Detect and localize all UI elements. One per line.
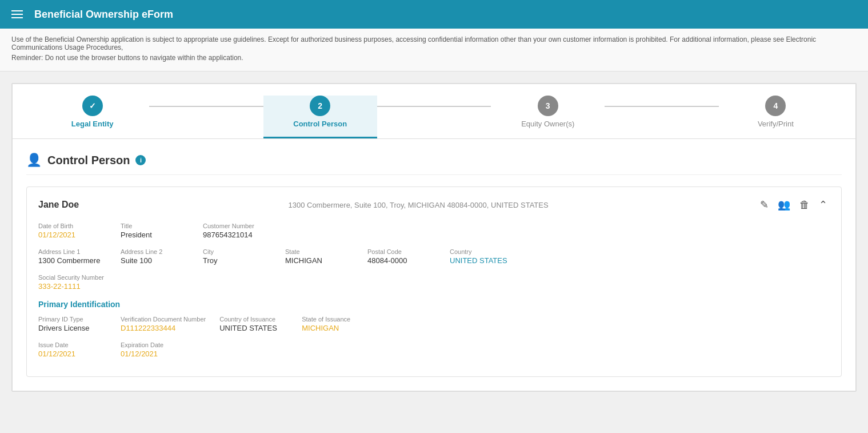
field-primary-id-type: Primary ID Type Drivers License [38, 316, 107, 332]
field-customer-number: Customer Number 987654321014 [203, 223, 830, 239]
menu-button[interactable] [11, 10, 23, 18]
section-header: 👤 Control Person i [26, 153, 842, 175]
field-state-issuance: State of Issuance MICHIGAN [302, 316, 370, 332]
main-content: ✓ Legal Entity 2 Control Person 3 Equity… [0, 71, 868, 433]
ssn-label: Social Security Number [38, 274, 107, 281]
collapse-button[interactable]: ⌃ [817, 196, 830, 213]
state-issuance-label: State of Issuance [302, 316, 370, 323]
fields-row-5: Issue Date 01/12/2021 Expiration Date 01… [38, 341, 830, 358]
section-title: Control Person [47, 154, 130, 167]
field-verification-doc: Verification Document Number D1112223334… [121, 316, 206, 332]
address2-label: Address Line 2 [121, 248, 189, 255]
country-value: UNITED STATES [450, 256, 518, 265]
expiration-date-value: 01/12/2021 [121, 349, 189, 358]
country-issuance-value: UNITED STATES [219, 324, 288, 332]
fields-row-2: Address Line 1 1300 Combermere Address L… [38, 248, 830, 265]
verification-doc-label: Verification Document Number [121, 316, 206, 323]
person-address-summary: 1300 Combermere, Suite 100, Troy, MICHIG… [79, 201, 758, 209]
postal-code-label: Postal Code [367, 248, 436, 255]
country-label: Country [450, 248, 518, 255]
issue-date-label: Issue Date [38, 341, 107, 348]
step-2-circle: 2 [310, 96, 330, 116]
banner-line1: Use of the Beneficial Ownership applicat… [11, 35, 857, 51]
dob-value: 01/12/2021 [38, 231, 107, 239]
step-control-person[interactable]: 2 Control Person [263, 96, 377, 138]
field-city: City Troy [203, 248, 271, 265]
app-header: Beneficial Ownership eForm [0, 0, 868, 29]
city-label: City [203, 248, 271, 255]
field-address2: Address Line 2 Suite 100 [121, 248, 189, 265]
step-1-circle: ✓ [82, 96, 103, 116]
state-label: State [285, 248, 354, 255]
ssn-value: 333-22-1111 [38, 282, 107, 291]
step-3-label: Equity Owner(s) [521, 120, 574, 128]
person-name: Jane Doe [38, 200, 79, 210]
field-title: Title President [121, 223, 189, 239]
delete-button[interactable]: 🗑 [797, 197, 812, 213]
field-postal-code: Postal Code 48084-0000 [367, 248, 436, 265]
step-3-circle: 3 [538, 96, 558, 116]
step-2-label: Control Person [293, 120, 347, 128]
customer-number-value: 987654321014 [203, 231, 830, 239]
title-value: President [121, 231, 189, 239]
field-issue-date: Issue Date 01/12/2021 [38, 341, 107, 358]
verification-doc-value: D111222333444 [121, 324, 206, 332]
person-record-header: Jane Doe 1300 Combermere, Suite 100, Tro… [38, 196, 830, 213]
stepper: ✓ Legal Entity 2 Control Person 3 Equity… [12, 84, 856, 138]
banner-line2: Reminder: Do not use the browser buttons… [11, 54, 857, 62]
expiration-date-label: Expiration Date [121, 341, 189, 348]
address2-value: Suite 100 [121, 256, 189, 265]
step-4-circle: 4 [765, 96, 786, 116]
state-issuance-value: MICHIGAN [302, 324, 370, 332]
fields-row-4: Primary ID Type Drivers License Verifica… [38, 316, 830, 332]
person-actions: ✎ 👥 🗑 ⌃ [758, 196, 830, 213]
field-state: State MICHIGAN [285, 248, 354, 265]
customer-number-label: Customer Number [203, 223, 830, 229]
field-country: Country UNITED STATES [450, 248, 518, 265]
edit-button[interactable]: ✎ [758, 196, 771, 213]
address1-value: 1300 Combermere [38, 256, 107, 265]
step-connector-1 [149, 106, 263, 107]
country-issuance-label: Country of Issuance [219, 316, 288, 323]
field-dob: Date of Birth 01/12/2021 [38, 223, 107, 239]
info-banner: Use of the Beneficial Ownership applicat… [0, 29, 868, 71]
step-legal-entity[interactable]: ✓ Legal Entity [35, 96, 149, 137]
address1-label: Address Line 1 [38, 248, 107, 255]
app-title: Beneficial Ownership eForm [34, 9, 173, 21]
step-connector-2 [377, 106, 491, 107]
state-value: MICHIGAN [285, 256, 354, 265]
primary-id-title: Primary Identification [38, 300, 830, 309]
primary-id-type-value: Drivers License [38, 324, 107, 332]
fields-row-3: Social Security Number 333-22-1111 [38, 274, 830, 291]
fields-row-1: Date of Birth 01/12/2021 Title President… [38, 223, 830, 239]
postal-code-value: 48084-0000 [367, 256, 436, 265]
field-expiration-date: Expiration Date 01/12/2021 [121, 341, 189, 358]
step-equity-owners[interactable]: 3 Equity Owner(s) [491, 96, 605, 137]
person-icon: 👤 [26, 153, 42, 168]
step-connector-3 [605, 106, 718, 107]
city-value: Troy [203, 256, 271, 265]
primary-id-type-label: Primary ID Type [38, 316, 107, 323]
person-record: Jane Doe 1300 Combermere, Suite 100, Tro… [26, 186, 842, 377]
title-label: Title [121, 223, 189, 229]
field-country-issuance: Country of Issuance UNITED STATES [219, 316, 288, 332]
step-verify-print[interactable]: 4 Verify/Print [719, 96, 833, 137]
people-button[interactable]: 👥 [775, 196, 793, 213]
dob-label: Date of Birth [38, 223, 107, 229]
field-ssn: Social Security Number 333-22-1111 [38, 274, 107, 291]
info-icon[interactable]: i [135, 155, 146, 165]
field-address1: Address Line 1 1300 Combermere [38, 248, 107, 265]
step-4-label: Verify/Print [758, 120, 794, 128]
form-card: 👤 Control Person i Jane Doe 1300 Comberm… [12, 138, 856, 391]
issue-date-value: 01/12/2021 [38, 349, 107, 358]
step-1-label: Legal Entity [71, 120, 114, 128]
